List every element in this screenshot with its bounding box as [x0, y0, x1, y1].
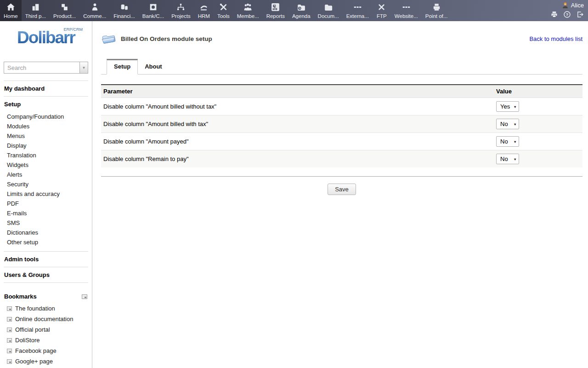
tools-icon [219, 2, 228, 12]
top-nav-label: Tools [217, 13, 230, 19]
top-nav-label: Point of... [425, 13, 448, 19]
bookmark-icon [7, 317, 12, 322]
reports-icon [271, 2, 280, 12]
parameter-label: Disable column "Amount billed with tax" [101, 115, 494, 133]
top-nav-item[interactable]: Comme... [79, 0, 110, 21]
projects-icon [176, 2, 186, 12]
module-folder-icon [101, 32, 116, 45]
main-content: Billed On Orders module setup Back to mo… [92, 21, 588, 368]
sidebar-submenu-item[interactable]: Modules [0, 121, 92, 131]
top-nav-label: Financi... [113, 13, 135, 19]
svg-text:?: ? [566, 12, 568, 17]
top-nav-label: Home [4, 13, 18, 19]
top-menu-bar: Home Third p... Product... Comme... Fina… [0, 0, 588, 21]
sidebar-submenu-item[interactable]: Dictionaries [0, 228, 92, 237]
user-name: Alice [571, 2, 584, 9]
sidebar-submenu-item[interactable]: Security [0, 179, 92, 189]
sidebar-submenu-item[interactable]: SMS [0, 218, 92, 228]
save-button[interactable]: Save [328, 184, 356, 195]
value-select[interactable]: YesNo [496, 119, 519, 129]
help-icon[interactable]: ? [563, 11, 571, 20]
top-nav-item[interactable]: Docum... [314, 0, 343, 21]
logout-icon[interactable] [576, 11, 584, 20]
top-nav-label: Bank/C... [142, 13, 164, 19]
sidebar-submenu-item[interactable]: Display [0, 141, 92, 150]
value-select-wrap: YesNo [496, 154, 519, 164]
value-select[interactable]: YesNo [496, 101, 519, 112]
table-row: Disable column "Remain to pay" YesNo [101, 150, 582, 168]
top-nav-item[interactable]: Membe... [233, 0, 263, 21]
ftp-icon [377, 2, 386, 12]
bookmark-item[interactable]: DoliStore [0, 335, 92, 345]
sidebar-submenu-item[interactable]: E-mails [0, 208, 92, 218]
external-site-icon [353, 2, 362, 12]
sidebar-item-admin-tools[interactable]: Admin tools [0, 252, 92, 267]
table-row: Disable column "Amount billed with tax" … [101, 115, 582, 133]
top-nav-label: Membe... [237, 13, 259, 19]
sidebar-item-users-groups[interactable]: Users & Groups [0, 267, 92, 282]
top-nav-item[interactable]: HRM [194, 0, 214, 21]
bookmark-icon [7, 306, 12, 311]
top-nav-item[interactable]: Website... [391, 0, 422, 21]
bookmark-label: Official portal [15, 326, 50, 333]
bookmark-item[interactable]: Official portal [0, 324, 92, 335]
top-nav-label: FTP [377, 13, 387, 19]
top-nav-item[interactable]: Projects [168, 0, 194, 21]
divider [101, 176, 582, 177]
top-nav-label: HRM [198, 13, 210, 19]
add-bookmark-icon[interactable] [82, 294, 87, 299]
top-nav-item[interactable]: Bank/C... [139, 0, 168, 21]
sidebar-submenu-item[interactable]: Alerts [0, 170, 92, 179]
sidebar-item-setup[interactable]: Setup [0, 97, 92, 112]
top-nav-item[interactable]: Externa... [343, 0, 373, 21]
tab-setup[interactable]: Setup [107, 59, 138, 75]
sidebar-submenu-item[interactable]: Other setup [0, 237, 92, 247]
top-nav-item[interactable]: Point of... [422, 0, 452, 21]
sidebar-submenu-item[interactable]: Menus [0, 131, 92, 141]
top-nav-item[interactable]: Financi... [110, 0, 139, 21]
bookmark-label: The foundation [15, 305, 55, 312]
sidebar-submenu-item[interactable]: Translation [0, 150, 92, 160]
top-nav-item[interactable]: Reports [263, 0, 288, 21]
parameters-table: Parameter Value Disable column "Amount b… [101, 84, 582, 167]
financial-icon [119, 2, 129, 12]
back-to-modules-link[interactable]: Back to modules list [529, 35, 582, 42]
sidebar-submenu-item[interactable]: Widgets [0, 160, 92, 170]
bookmark-item[interactable]: Google+ page [0, 356, 92, 367]
sidebar-submenu-item[interactable]: Limits and accuracy [0, 189, 92, 199]
value-select-wrap: YesNo [496, 101, 519, 112]
sidebar-item-my-dashboard[interactable]: My dashboard [0, 81, 92, 96]
value-select[interactable]: YesNo [496, 136, 519, 147]
top-nav-label: Third p... [25, 13, 46, 19]
bookmark-item[interactable]: Facebook page [0, 345, 92, 356]
top-nav-item[interactable]: Agenda [288, 0, 314, 21]
home-icon [6, 2, 16, 12]
sidebar-submenu-item[interactable]: Company/Foundation [0, 112, 92, 121]
value-select-wrap: YesNo [496, 119, 519, 129]
divider [4, 282, 88, 283]
bookmarks-heading: Bookmarks [4, 293, 82, 300]
bookmark-item[interactable]: Online documentation [0, 314, 92, 324]
top-nav-item[interactable]: FTP [373, 0, 391, 21]
top-nav-item[interactable]: Third p... [22, 0, 50, 21]
bookmark-item[interactable]: The foundation [0, 303, 92, 314]
top-nav-label: Reports [266, 13, 285, 19]
tab-about[interactable]: About [138, 59, 169, 74]
top-nav-item[interactable]: Product... [50, 0, 79, 21]
top-navigation: Home Third p... Product... Comme... Fina… [0, 0, 588, 21]
bookmark-icon [7, 349, 12, 353]
sidebar-submenu-item[interactable]: PDF [0, 199, 92, 208]
top-nav-item[interactable]: Tools [214, 0, 233, 21]
top-nav-label: Comme... [83, 13, 106, 19]
print-icon[interactable] [550, 11, 558, 20]
dolibarr-logo: ERP/CRM Dolibarr [4, 26, 88, 52]
top-nav-item[interactable]: Home [0, 0, 22, 21]
column-header-value: Value [494, 85, 582, 98]
top-nav-label: Agenda [292, 13, 311, 19]
search-input[interactable] [4, 62, 79, 74]
user-menu[interactable]: Alice [550, 1, 584, 9]
bookmark-icon [7, 328, 12, 332]
table-row: Disable column "Amount payed" YesNo [101, 133, 582, 150]
search-dropdown-button[interactable]: ▼ [79, 62, 88, 74]
value-select[interactable]: YesNo [496, 154, 519, 164]
